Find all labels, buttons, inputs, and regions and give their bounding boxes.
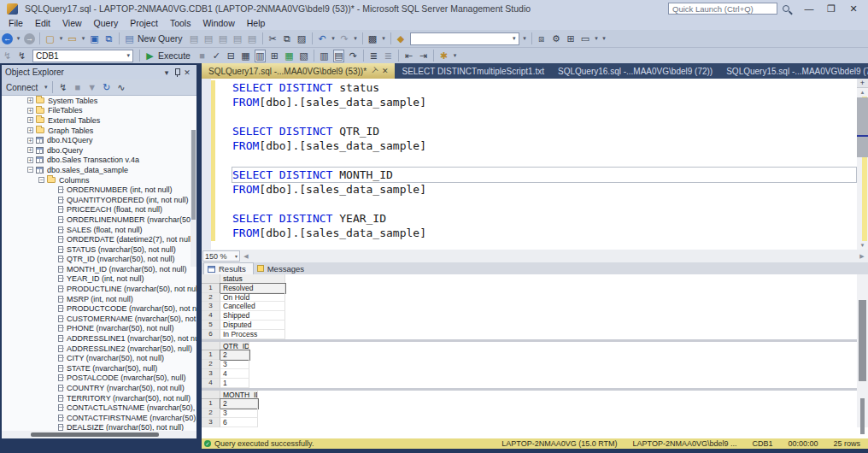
minimize-button[interactable]: — <box>798 1 820 16</box>
menu-project[interactable]: Project <box>124 17 164 30</box>
cancel-query-icon[interactable]: ■ <box>195 49 209 62</box>
grid-cell[interactable]: 3 <box>220 409 258 418</box>
grid-cell[interactable]: Disputed <box>220 321 285 330</box>
expand-icon[interactable]: + <box>27 138 33 144</box>
parse-again-icon[interactable]: ↷ <box>346 49 361 62</box>
dropdown-caret-icon[interactable]: ▾ <box>521 32 529 45</box>
tree-item[interactable]: QTR_ID (nvarchar(50), not null) <box>2 255 196 265</box>
mdx-query-icon[interactable]: ▤ <box>202 32 216 45</box>
include-actual-plan-icon[interactable]: ⊞ <box>267 49 282 62</box>
execute-icon[interactable]: ▶ <box>143 49 157 62</box>
code-line[interactable]: FROM[dbo].[sales_data_sample] <box>232 182 856 197</box>
toolbar-overflow-icon[interactable]: ▾ <box>451 49 459 62</box>
sql-editor[interactable]: SELECT DISTINCT statusFROM[dbo].[sales_d… <box>202 79 868 250</box>
editor-vertical-scrollbar[interactable]: + ▲ ▼ <box>857 79 868 250</box>
dropdown-caret-icon[interactable]: ▾ <box>593 32 601 45</box>
row-number[interactable]: 3 <box>202 418 220 427</box>
cut-icon[interactable]: ✂ <box>266 32 280 45</box>
row-number[interactable]: 5 <box>202 321 220 330</box>
tree-item[interactable]: CITY (nvarchar(50), not null) <box>2 353 196 363</box>
navigate-forward-icon[interactable]: → <box>22 32 37 45</box>
code-line[interactable]: FROM[dbo].[sales_data_sample] <box>232 138 856 153</box>
tree-item[interactable]: ORDERDATE (datetime2(7), not null) <box>2 234 196 244</box>
code-line[interactable] <box>232 109 856 124</box>
client-statistics-icon[interactable]: ▧ <box>296 49 311 62</box>
row-number[interactable]: 1 <box>202 399 220 409</box>
live-query-stats-icon[interactable]: ▦ <box>282 49 296 62</box>
scrollbar-thumb[interactable] <box>860 398 865 434</box>
collapse-icon[interactable]: − <box>38 177 44 183</box>
restore-button[interactable]: ❐ <box>820 1 842 16</box>
scroll-up-icon[interactable]: ▲ <box>857 88 868 97</box>
new-query-label[interactable]: New Query <box>137 33 187 44</box>
grid-cell[interactable]: On Hold <box>220 293 285 303</box>
results-tab-messages[interactable]: Messages <box>254 262 311 274</box>
grid-cell[interactable]: Resolved <box>220 284 285 293</box>
new-file-icon[interactable]: ▢ <box>43 32 57 45</box>
results-to-grid-icon[interactable]: ▥ <box>253 49 267 62</box>
document-tab[interactable]: SQLQuery15.sql -...MAA0VG\bdel9 (71)) <box>719 63 868 79</box>
row-number[interactable]: 6 <box>202 330 220 339</box>
tree-item[interactable]: −dbo.sales_data_sample <box>2 165 196 175</box>
tree-item[interactable]: +Graph Tables <box>2 126 196 136</box>
row-number[interactable]: 1 <box>202 350 220 360</box>
scrollbar-thumb[interactable] <box>859 300 866 381</box>
properties-window-icon[interactable]: ⚙ <box>549 32 564 45</box>
tree-item[interactable]: POSTALCODE (nvarchar(50), null) <box>2 374 196 384</box>
database-combo[interactable]: CDB1▾ <box>32 50 133 62</box>
uncomment-icon[interactable]: ≣ <box>381 49 396 62</box>
activity-monitor-icon[interactable]: ∿ <box>114 80 128 94</box>
tree-item[interactable]: STATE (nvarchar(50), null) <box>2 363 196 374</box>
grid-cell[interactable]: Shipped <box>220 311 285 321</box>
row-number[interactable]: 2 <box>202 293 220 303</box>
oe-vertical-scrollbar[interactable] <box>191 130 196 267</box>
grid-cell[interactable]: Cancelled <box>220 302 285 311</box>
row-number[interactable]: 3 <box>202 369 220 379</box>
row-number[interactable]: 4 <box>202 379 220 388</box>
new-query-icon[interactable]: ▤ <box>122 32 137 45</box>
expand-icon[interactable]: + <box>27 127 33 133</box>
indent-icon[interactable]: ⇥ <box>416 49 431 62</box>
document-tab[interactable]: SELECT DISTINCTmultipleScript1.txt <box>395 63 551 79</box>
tree-item[interactable]: MONTH_ID (nvarchar(50), not null) <box>2 264 196 274</box>
dropdown-caret-icon[interactable]: ▾ <box>352 32 360 45</box>
tree-item[interactable]: +dbo.Query <box>2 145 196 156</box>
stop-icon[interactable]: ■ <box>70 80 85 94</box>
grid-cell[interactable]: 6 <box>220 418 258 427</box>
dmx-query-icon[interactable]: ▤ <box>216 32 231 45</box>
code-line[interactable]: SELECT DISTINCT MONTH_ID <box>232 168 856 182</box>
paste-icon[interactable]: ▨ <box>295 32 309 45</box>
window-position-caret-icon[interactable]: ▾ <box>161 68 173 77</box>
tree-item[interactable]: ORDERNUMBER (int, not null) <box>2 185 196 195</box>
menu-file[interactable]: File <box>3 17 29 30</box>
tree-item[interactable]: ADDRESSLINE1 (nvarchar(50), not null <box>2 333 196 344</box>
results-to-file-icon[interactable]: ▤ <box>331 49 346 62</box>
dropdown-caret-icon[interactable]: ▾ <box>57 32 65 45</box>
sqlcmd-query-icon[interactable]: ▤ <box>245 32 260 45</box>
scroll-down-icon[interactable]: ▼ <box>857 241 868 250</box>
expand-icon[interactable]: + <box>27 157 33 163</box>
navigate-backward-icon[interactable]: ← <box>0 32 15 45</box>
tree-item[interactable]: ADDRESSLINE2 (nvarchar(50), null) <box>2 344 196 354</box>
menu-window[interactable]: Window <box>196 17 240 30</box>
tree-item[interactable]: DEALSIZE (nvarchar(50), not null) <box>2 423 196 431</box>
query-options-icon[interactable]: ▦ <box>238 49 253 62</box>
tree-item[interactable]: CONTACTLASTNAME (nvarchar(50), nc <box>2 403 196 413</box>
dropdown-caret-icon[interactable]: ▾ <box>380 32 388 45</box>
row-number[interactable]: 2 <box>202 360 220 369</box>
parse-icon[interactable]: ✓ <box>209 49 224 62</box>
tree-item[interactable]: +FileTables <box>2 106 196 116</box>
solution-explorer-icon[interactable]: ⧈ <box>535 32 549 45</box>
splitter-handle-icon[interactable]: + <box>857 79 868 88</box>
grid-cell[interactable]: In Process <box>220 330 285 339</box>
code-line[interactable] <box>232 153 856 168</box>
tree-item[interactable]: PRICEEACH (float, not null) <box>2 205 196 215</box>
expand-icon[interactable]: + <box>27 108 33 114</box>
menu-edit[interactable]: Edit <box>29 17 56 30</box>
close-icon[interactable]: ✕ <box>181 68 193 77</box>
code-line[interactable]: FROM[dbo].[sales_data_sample] <box>232 226 856 240</box>
redo-icon[interactable]: ↷ <box>337 32 352 45</box>
outdent-icon[interactable]: ⇤ <box>402 49 416 62</box>
menu-tools[interactable]: Tools <box>164 17 197 30</box>
expand-icon[interactable]: + <box>27 117 33 123</box>
